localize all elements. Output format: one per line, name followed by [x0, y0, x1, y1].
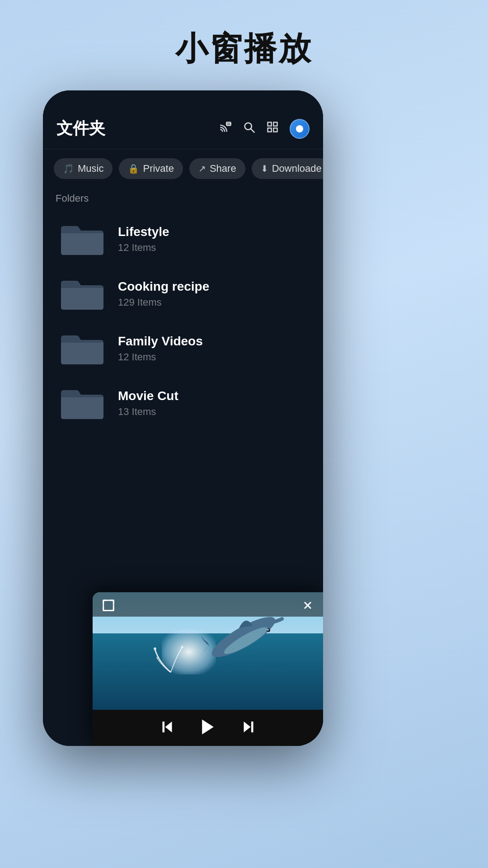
category-tabs: 🎵 Music 🔒 Private ↗ Share ⬇ Downloade [43, 149, 323, 188]
phone-content: 文件夹 [43, 90, 323, 746]
svg-rect-6 [273, 128, 277, 132]
private-tab-icon: 🔒 [128, 163, 139, 174]
folder-count-cooking: 129 Items [118, 297, 309, 308]
private-tab-label: Private [143, 163, 174, 175]
svg-rect-3 [268, 123, 272, 126]
svg-marker-20 [244, 722, 251, 732]
folder-item-family-videos[interactable]: Family Videos 12 Items [54, 321, 312, 376]
svg-rect-18 [163, 722, 165, 732]
dolphin-svg [198, 610, 289, 664]
tab-private[interactable]: 🔒 Private [119, 158, 183, 179]
folder-item-cooking[interactable]: Cooking recipe 129 Items [54, 266, 312, 321]
avatar-icon[interactable] [290, 119, 310, 139]
avatar-inner [296, 125, 303, 132]
folder-item-movie-cut[interactable]: Movie Cut 13 Items [54, 376, 312, 430]
svg-marker-17 [165, 722, 172, 732]
mini-player-top-controls [93, 592, 323, 617]
folder-count-movie-cut: 13 Items [118, 406, 309, 418]
tab-share[interactable]: ↗ Share [189, 158, 245, 179]
folder-name-movie-cut: Movie Cut [118, 389, 309, 403]
svg-rect-7 [103, 600, 114, 611]
grid-icon[interactable] [266, 121, 279, 137]
folder-count-lifestyle: 12 Items [118, 242, 309, 254]
folder-icon-movie-cut [57, 384, 107, 422]
svg-point-14 [154, 647, 156, 650]
cast-icon[interactable] [219, 121, 232, 137]
phone-frame: 文件夹 [43, 90, 323, 746]
header-icons [219, 119, 310, 139]
folder-name-cooking: Cooking recipe [118, 279, 309, 294]
previous-button[interactable] [159, 719, 175, 735]
expand-button[interactable] [102, 599, 115, 612]
downloaded-tab-label: Downloade [272, 163, 322, 175]
play-pause-button[interactable] [198, 717, 218, 737]
svg-rect-5 [268, 128, 272, 132]
header-title: 文件夹 [56, 118, 105, 140]
music-tab-icon: 🎵 [63, 163, 74, 174]
folder-info-cooking: Cooking recipe 129 Items [118, 279, 309, 308]
folders-section-title: Folders [54, 193, 312, 204]
folder-info-movie-cut: Movie Cut 13 Items [118, 389, 309, 418]
search-icon[interactable] [243, 121, 255, 137]
folder-icon-family-videos [57, 329, 107, 368]
music-tab-label: Music [78, 163, 103, 175]
folder-icon-lifestyle [57, 220, 107, 258]
folder-info-lifestyle: Lifestyle 12 Items [118, 225, 309, 254]
next-button[interactable] [240, 719, 257, 735]
svg-point-16 [156, 657, 158, 659]
folder-icon-cooking [57, 274, 107, 313]
tab-downloaded[interactable]: ⬇ Downloade [252, 158, 323, 179]
svg-rect-21 [251, 722, 253, 732]
svg-line-2 [251, 129, 254, 132]
app-header: 文件夹 [43, 90, 323, 149]
playback-controls [93, 710, 323, 746]
share-tab-label: Share [210, 163, 236, 175]
mini-player [93, 592, 323, 746]
folder-count-family-videos: 12 Items [118, 351, 309, 363]
svg-point-12 [267, 629, 268, 631]
svg-rect-4 [273, 123, 277, 126]
svg-marker-19 [202, 720, 214, 735]
tab-music[interactable]: 🎵 Music [54, 158, 113, 179]
folders-section: Folders Lifestyle 12 Items [43, 188, 323, 430]
share-tab-icon: ↗ [198, 163, 206, 174]
folder-info-family-videos: Family Videos 12 Items [118, 334, 309, 363]
folder-name-lifestyle: Lifestyle [118, 225, 309, 239]
page-title: 小窗播放 [0, 0, 488, 71]
folder-name-family-videos: Family Videos [118, 334, 309, 349]
close-button[interactable] [301, 599, 314, 612]
folder-item-lifestyle[interactable]: Lifestyle 12 Items [54, 212, 312, 266]
download-tab-icon: ⬇ [261, 163, 268, 174]
svg-point-15 [181, 646, 183, 648]
splash-particles [150, 645, 191, 677]
